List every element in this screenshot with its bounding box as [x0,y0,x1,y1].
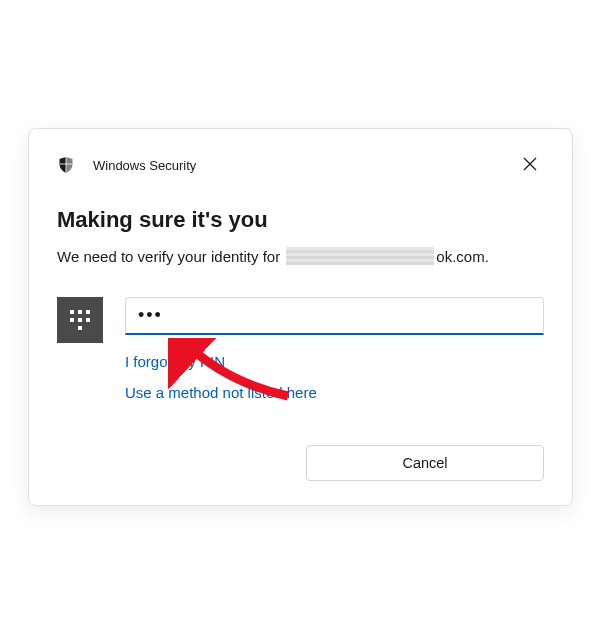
cancel-button[interactable]: Cancel [306,445,544,481]
svg-rect-7 [70,318,74,322]
svg-rect-8 [78,318,82,322]
svg-rect-1 [60,164,73,165]
subtitle-prefix: We need to verify your identity for [57,248,280,265]
svg-rect-5 [78,310,82,314]
svg-rect-6 [86,310,90,314]
redacted-identity [286,247,434,265]
app-title: Windows Security [93,158,196,173]
dialog-header: Windows Security [57,151,544,179]
button-row: Cancel [57,445,544,481]
pin-column: I forgot my PIN Use a method not listed … [125,297,544,401]
dialog-heading: Making sure it's you [57,207,544,233]
pin-keypad-icon [57,297,103,343]
pin-row: I forgot my PIN Use a method not listed … [57,297,544,401]
close-icon [523,157,537,174]
header-left: Windows Security [57,156,196,174]
dialog-subtitle: We need to verify your identity for ok.c… [57,247,544,265]
windows-security-dialog: Windows Security Making sure it's you We… [28,128,573,506]
alt-method-link[interactable]: Use a method not listed here [125,384,317,401]
close-button[interactable] [516,151,544,179]
pin-input[interactable] [125,297,544,335]
shield-icon [57,156,75,174]
svg-rect-4 [70,310,74,314]
forgot-pin-link[interactable]: I forgot my PIN [125,353,225,370]
svg-rect-10 [78,326,82,330]
svg-rect-0 [66,157,67,173]
svg-rect-9 [86,318,90,322]
subtitle-suffix: ok.com. [436,248,489,265]
